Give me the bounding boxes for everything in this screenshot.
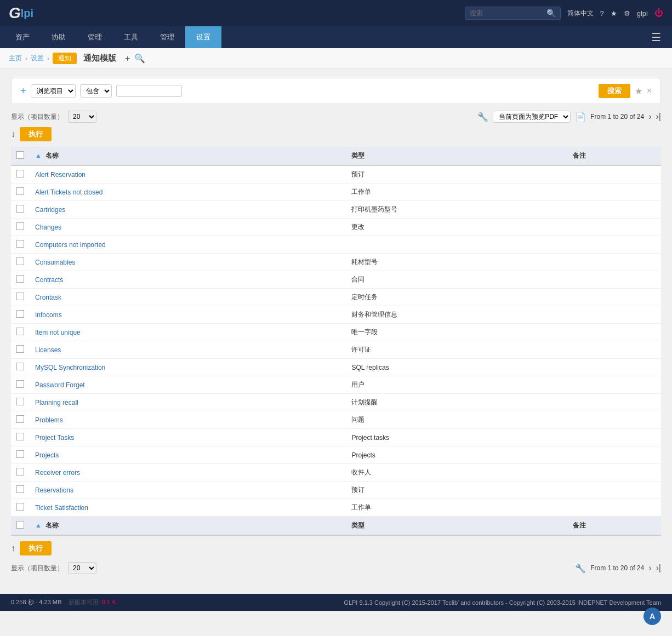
nav-admin[interactable]: 管理 xyxy=(149,26,185,48)
row-checkbox[interactable] xyxy=(16,450,24,458)
nav-settings[interactable]: 设置 xyxy=(185,26,221,48)
row-name-link[interactable]: Alert Tickets not closed xyxy=(35,188,102,196)
row-checkbox[interactable] xyxy=(16,275,24,283)
select-all-checkbox-bottom[interactable] xyxy=(16,521,24,529)
row-checkbox[interactable] xyxy=(16,503,24,511)
row-name-link[interactable]: Crontask xyxy=(35,294,61,301)
row-name-link[interactable]: Project Tasks xyxy=(35,434,74,442)
row-checkbox[interactable] xyxy=(16,433,24,440)
row-checkbox[interactable] xyxy=(16,170,24,177)
row-name-link[interactable]: Reservations xyxy=(35,486,73,494)
search-button[interactable]: 搜索 xyxy=(599,84,630,98)
search-box[interactable]: 🔍 xyxy=(465,7,561,20)
row-checkbox-cell xyxy=(11,341,30,359)
row-checkbox[interactable] xyxy=(16,222,24,230)
row-checkbox-cell xyxy=(11,271,30,289)
update-link[interactable]: 9.1.4. xyxy=(102,599,117,605)
export-select-top[interactable]: 当前页面为预览PDF xyxy=(493,111,571,123)
table-row: Licenses 许可证 xyxy=(11,341,661,359)
wrench-icon-top[interactable]: 🔧 xyxy=(477,112,488,122)
main-nav: 资产 协助 管理 工具 管理 设置 ☰ xyxy=(0,26,672,48)
row-checkbox[interactable] xyxy=(16,310,24,318)
breadcrumb-settings[interactable]: 设置 xyxy=(31,54,44,63)
row-name-link[interactable]: Item not unique xyxy=(35,329,81,336)
row-name-link[interactable]: Alert Reservation xyxy=(35,171,86,179)
row-checkbox[interactable] xyxy=(16,328,24,335)
next-page-button-bottom[interactable]: › xyxy=(648,563,651,573)
last-page-button-top[interactable]: ›| xyxy=(656,112,661,122)
top-controls-bar: 显示（项目数量） 201050100ALL 🔧 当前页面为预览PDF 📄 Fro… xyxy=(11,111,661,123)
row-name-link[interactable]: Receiver errors xyxy=(35,469,80,477)
nav-manage[interactable]: 管理 xyxy=(77,26,113,48)
table-row: Item not unique 唯一字段 xyxy=(11,324,661,341)
row-checkbox[interactable] xyxy=(16,345,24,353)
row-name-cell: Planning recall xyxy=(30,394,346,411)
add-icon[interactable]: + xyxy=(125,54,130,64)
nav-tools[interactable]: 工具 xyxy=(113,26,149,48)
wrench-icon-bottom[interactable]: 🔧 xyxy=(575,563,586,574)
row-checkbox[interactable] xyxy=(16,485,24,493)
filter-clear-icon[interactable]: × xyxy=(647,86,652,96)
row-type-cell xyxy=(346,236,567,254)
search-icon[interactable]: 🔍 xyxy=(546,9,556,18)
last-page-button-bottom[interactable]: ›| xyxy=(656,563,661,573)
row-name-link[interactable]: Changes xyxy=(35,224,61,231)
per-page-select-bottom[interactable]: 201050100ALL xyxy=(68,562,96,574)
execute-button-bottom[interactable]: 执行 xyxy=(20,541,52,555)
row-checkbox[interactable] xyxy=(16,187,24,195)
power-icon[interactable]: ⏻ xyxy=(654,8,663,18)
row-name-link[interactable]: Computers not imported xyxy=(35,241,106,249)
filter-add-button[interactable]: + xyxy=(20,85,26,97)
help-icon[interactable]: ? xyxy=(600,9,604,18)
table-row: Password Forget 用户 xyxy=(11,376,661,394)
filter-field-select[interactable]: 浏览项目 xyxy=(31,84,76,98)
row-name-link[interactable]: Projects xyxy=(35,451,59,459)
row-checkbox[interactable] xyxy=(16,205,24,213)
filter-star-icon[interactable]: ★ xyxy=(635,86,642,96)
row-name-link[interactable]: Planning recall xyxy=(35,399,78,406)
row-checkbox[interactable] xyxy=(16,380,24,388)
execute-button-top[interactable]: 执行 xyxy=(20,127,52,141)
row-notes-cell xyxy=(567,219,661,236)
export-pdf-icon[interactable]: 📄 xyxy=(575,112,586,122)
row-checkbox-cell xyxy=(11,429,30,446)
row-checkbox-cell xyxy=(11,289,30,306)
star-icon[interactable]: ★ xyxy=(611,9,617,18)
next-page-button-top[interactable]: › xyxy=(648,112,651,122)
breadcrumb-notification[interactable]: 通知 xyxy=(53,53,77,64)
row-checkbox[interactable] xyxy=(16,363,24,370)
th-name[interactable]: ▲ 名称 xyxy=(30,147,346,165)
row-notes-cell xyxy=(567,411,661,429)
gear-icon[interactable]: ⚙ xyxy=(624,9,630,18)
hamburger-icon[interactable]: ☰ xyxy=(645,31,668,44)
row-checkbox[interactable] xyxy=(16,257,24,265)
row-name-link[interactable]: Infocoms xyxy=(35,311,62,319)
row-checkbox[interactable] xyxy=(16,240,24,248)
row-name-link[interactable]: Ticket Satisfaction xyxy=(35,504,88,512)
row-name-link[interactable]: Consumables xyxy=(35,259,75,266)
row-checkbox[interactable] xyxy=(16,398,24,405)
tfoot-th-name[interactable]: ▲ 名称 xyxy=(30,517,346,536)
row-checkbox[interactable] xyxy=(16,293,24,300)
per-page-select-top[interactable]: 201050100ALL xyxy=(68,111,96,123)
username-label[interactable]: glpi xyxy=(637,9,648,18)
row-name-link[interactable]: Contracts xyxy=(35,276,63,284)
row-name-link[interactable]: Problems xyxy=(35,416,63,424)
select-all-checkbox[interactable] xyxy=(16,151,24,159)
row-name-link[interactable]: MySQL Synchronization xyxy=(35,364,105,371)
row-name-cell: Item not unique xyxy=(30,324,346,341)
lang-button[interactable]: 简体中文 xyxy=(567,9,594,18)
search-input[interactable] xyxy=(470,9,546,17)
filter-value-input[interactable] xyxy=(116,85,182,97)
filter-contains-select[interactable]: 包含 xyxy=(80,84,112,98)
breadcrumb-home[interactable]: 主页 xyxy=(9,54,22,63)
row-checkbox[interactable] xyxy=(16,468,24,475)
nav-assist[interactable]: 协助 xyxy=(41,26,77,48)
row-checkbox[interactable] xyxy=(16,415,24,423)
row-name-link[interactable]: Cartridges xyxy=(35,206,65,214)
row-name-link[interactable]: Licenses xyxy=(35,346,61,354)
row-name-cell: Ticket Satisfaction xyxy=(30,499,346,517)
breadcrumb-search-icon[interactable]: 🔍 xyxy=(134,53,145,64)
row-name-link[interactable]: Password Forget xyxy=(35,381,85,389)
nav-assets[interactable]: 资产 xyxy=(4,26,41,48)
